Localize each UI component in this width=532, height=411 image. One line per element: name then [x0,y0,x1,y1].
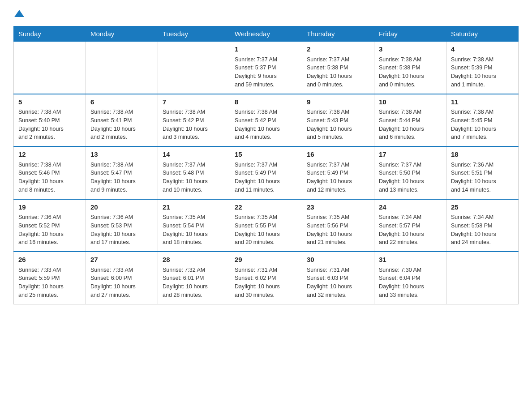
weekday-header-saturday: Saturday [446,26,519,42]
day-number: 27 [90,255,153,265]
day-number: 9 [307,97,369,107]
calendar-cell: 29Sunrise: 7:31 AMSunset: 6:02 PMDayligh… [230,252,302,304]
day-info-line: Sunrise: 7:38 AM [307,109,349,115]
day-info-line: and 28 minutes. [163,292,202,298]
day-info-line: Sunrise: 7:38 AM [18,109,61,115]
day-info-line: and 9 minutes. [90,187,127,193]
day-info-line: Daylight: 10 hours [379,178,424,184]
calendar-cell: 2Sunrise: 7:37 AMSunset: 5:38 PMDaylight… [302,42,374,94]
day-info-line: Daylight: 10 hours [451,178,496,184]
day-info-line: Daylight: 10 hours [163,283,208,290]
day-info-line: Sunrise: 7:38 AM [379,109,421,115]
day-info-line: Sunset: 6:04 PM [379,275,420,281]
calendar-cell: 4Sunrise: 7:38 AMSunset: 5:39 PMDaylight… [446,42,519,94]
calendar-cell: 20Sunrise: 7:36 AMSunset: 5:53 PMDayligh… [86,199,158,252]
day-info-line: Sunset: 5:42 PM [235,117,276,124]
calendar-cell: 28Sunrise: 7:32 AMSunset: 6:01 PMDayligh… [158,252,230,304]
day-info-line: Daylight: 10 hours [235,283,280,290]
day-info-line: Sunset: 5:45 PM [451,117,492,124]
weekday-header-tuesday: Tuesday [158,26,230,42]
day-info-line: and 4 minutes. [235,134,271,140]
calendar-cell: 31Sunrise: 7:30 AMSunset: 6:04 PMDayligh… [374,252,446,304]
day-number: 16 [307,150,369,160]
day-info-line: Daylight: 10 hours [235,231,280,237]
calendar-week-row: 26Sunrise: 7:33 AMSunset: 5:59 PMDayligh… [14,252,519,304]
day-info-line: Sunrise: 7:37 AM [379,162,421,168]
day-info-line: and 0 minutes. [307,81,343,88]
day-number: 28 [163,255,225,265]
calendar-cell: 1Sunrise: 7:37 AMSunset: 5:37 PMDaylight… [230,42,302,94]
weekday-header-row: SundayMondayTuesdayWednesdayThursdayFrid… [14,26,519,42]
calendar-cell: 18Sunrise: 7:36 AMSunset: 5:51 PMDayligh… [446,146,519,199]
day-info-line: and 13 minutes. [379,187,419,193]
day-info-line: Sunset: 5:43 PM [307,117,348,124]
svg-marker-0 [14,10,24,17]
day-info-line: Sunrise: 7:37 AM [163,162,205,168]
day-number: 26 [18,255,81,265]
day-info-line: Daylight: 10 hours [451,126,496,132]
calendar-cell: 6Sunrise: 7:38 AMSunset: 5:41 PMDaylight… [86,94,158,147]
day-number: 20 [90,202,153,213]
calendar-cell: 9Sunrise: 7:38 AMSunset: 5:43 PMDaylight… [302,94,374,147]
day-number: 30 [307,255,369,265]
day-info-line: Daylight: 10 hours [90,126,136,132]
day-info-line: and 59 minutes. [235,81,275,88]
day-number: 24 [379,202,442,213]
day-info-line: and 1 minute. [451,81,485,88]
calendar-cell: 27Sunrise: 7:33 AMSunset: 6:00 PMDayligh… [86,252,158,304]
calendar-week-row: 1Sunrise: 7:37 AMSunset: 5:37 PMDaylight… [14,42,519,94]
day-info-line: and 0 minutes. [379,81,416,88]
day-number: 23 [307,202,369,213]
day-info-line: Sunrise: 7:38 AM [451,109,493,115]
calendar-header: SundayMondayTuesdayWednesdayThursdayFrid… [14,26,519,42]
calendar-week-row: 19Sunrise: 7:36 AMSunset: 5:52 PMDayligh… [14,199,519,252]
day-info-line: Sunrise: 7:30 AM [379,267,421,273]
day-number: 13 [90,150,153,160]
day-info-line: Sunrise: 7:36 AM [90,214,133,220]
day-info-line: Sunset: 5:55 PM [235,223,276,229]
day-info-line: Daylight: 10 hours [379,73,424,79]
calendar-table: SundayMondayTuesdayWednesdayThursdayFrid… [13,26,519,304]
calendar-cell: 13Sunrise: 7:38 AMSunset: 5:47 PMDayligh… [86,146,158,199]
day-number: 11 [451,97,514,107]
day-info-line: Sunset: 5:58 PM [451,223,492,229]
day-number: 25 [451,202,514,213]
day-number: 22 [235,202,297,213]
calendar-cell [158,42,230,94]
day-number: 15 [235,150,297,160]
day-info-line: Sunrise: 7:38 AM [18,162,61,168]
day-info-line: Sunrise: 7:36 AM [451,162,493,168]
day-info-line: Sunrise: 7:38 AM [451,56,493,63]
day-info-line: and 6 minutes. [379,134,416,140]
day-info-line: Daylight: 10 hours [163,231,208,237]
day-info-line: Daylight: 10 hours [90,283,136,290]
day-info-line: and 11 minutes. [235,187,275,193]
day-info-line: Sunset: 5:52 PM [18,223,60,229]
day-info-line: Daylight: 10 hours [163,126,208,132]
day-info-line: Sunrise: 7:31 AM [307,267,349,273]
calendar-cell: 21Sunrise: 7:35 AMSunset: 5:54 PMDayligh… [158,199,230,252]
day-info-line: Sunset: 5:59 PM [18,275,60,281]
day-info-line: and 16 minutes. [18,239,58,245]
day-info-line: Daylight: 10 hours [379,231,424,237]
day-number: 18 [451,150,514,160]
day-info-line: Sunrise: 7:36 AM [18,214,61,220]
day-info-line: Sunset: 5:39 PM [451,64,492,71]
day-info-line: Daylight: 10 hours [18,126,64,132]
day-number: 1 [235,44,297,55]
day-info-line: Sunset: 6:02 PM [235,275,276,281]
calendar-cell: 16Sunrise: 7:37 AMSunset: 5:49 PMDayligh… [302,146,374,199]
day-info-line: Daylight: 10 hours [451,73,496,79]
day-info-line: Daylight: 10 hours [307,126,352,132]
day-info-line: Daylight: 10 hours [379,283,424,290]
day-number: 19 [18,202,81,213]
day-number: 29 [235,255,297,265]
day-info-line: and 14 minutes. [451,187,491,193]
day-info-line: Sunset: 5:46 PM [18,170,60,176]
calendar-week-row: 12Sunrise: 7:38 AMSunset: 5:46 PMDayligh… [14,146,519,199]
day-info-line: Sunrise: 7:38 AM [379,56,421,63]
calendar-cell: 10Sunrise: 7:38 AMSunset: 5:44 PMDayligh… [374,94,446,147]
day-number: 3 [379,44,442,55]
day-info-line: and 2 minutes. [18,134,55,140]
day-info-line: Sunset: 5:41 PM [90,117,132,124]
